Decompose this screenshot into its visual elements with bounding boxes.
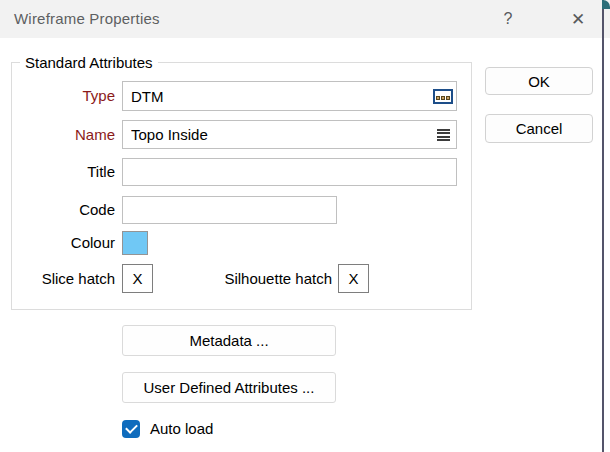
name-label: Name (0, 120, 115, 149)
list-lines-icon (437, 129, 450, 141)
close-button[interactable]: ✕ (558, 0, 598, 38)
title-label: Title (0, 158, 115, 186)
ok-button[interactable]: OK (485, 67, 593, 95)
type-label: Type (0, 81, 115, 111)
title-input[interactable] (122, 158, 457, 186)
auto-load-checkbox[interactable] (122, 420, 140, 438)
auto-load-label: Auto load (150, 419, 213, 439)
help-button[interactable]: ? (488, 0, 528, 38)
slice-hatch-label: Slice hatch (0, 264, 115, 293)
checkmark-icon (125, 421, 138, 434)
titlebar: Wireframe Properties ? ✕ (0, 0, 610, 38)
user-defined-attributes-button[interactable]: User Defined Attributes ... (122, 372, 336, 403)
colour-label: Colour (0, 231, 115, 255)
close-icon: ✕ (571, 9, 585, 30)
background-window-edge (602, 0, 604, 452)
name-input[interactable] (122, 120, 457, 149)
colour-swatch[interactable] (122, 231, 148, 255)
help-icon: ? (504, 10, 513, 28)
dialog-title: Wireframe Properties (14, 0, 160, 38)
silhouette-hatch-box[interactable]: X (338, 264, 369, 293)
slice-hatch-box[interactable]: X (122, 264, 153, 293)
browse-ellipsis-icon (433, 89, 453, 104)
cancel-button[interactable]: Cancel (485, 114, 593, 143)
type-input[interactable] (122, 81, 457, 111)
metadata-button[interactable]: Metadata ... (122, 325, 336, 356)
code-label: Code (0, 196, 115, 224)
groupbox-legend: Standard Attributes (20, 54, 158, 71)
name-list-button[interactable] (434, 128, 452, 142)
type-browse-button[interactable] (431, 88, 455, 105)
silhouette-hatch-label: Silhouette hatch (160, 264, 332, 293)
code-input[interactable] (122, 196, 337, 224)
